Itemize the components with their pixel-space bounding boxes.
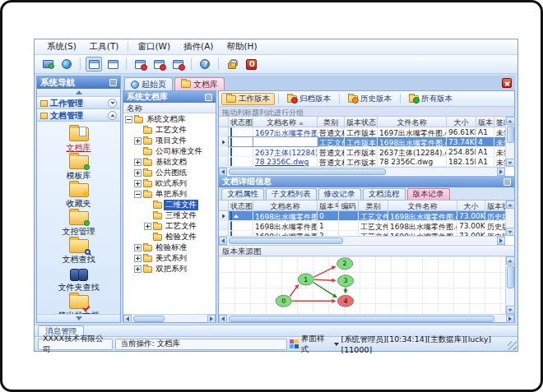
scroll-right-icon[interactable] xyxy=(497,168,505,176)
tree-item[interactable]: 工艺文件 xyxy=(123,125,216,136)
scroll-left-icon[interactable] xyxy=(219,315,227,323)
tab-version-record[interactable]: 版本记录 xyxy=(407,188,450,200)
menu-system[interactable]: 系统(S) xyxy=(41,39,82,54)
version-table-hscroll[interactable] xyxy=(219,236,505,244)
sidebar-collapse-strip[interactable] xyxy=(37,89,120,97)
document-table-vscroll[interactable] xyxy=(505,117,514,167)
document-row-selected[interactable]: 1698出水嘴零件图.dwg 工艺文件 工作版本 1698出水嘴零件图.dwg … xyxy=(219,137,505,147)
tab-subdoc-list[interactable]: 子文档列表 xyxy=(266,188,317,200)
tree-column-header[interactable]: 名称 xyxy=(123,103,216,113)
group-by-hint[interactable]: 拖动列标题到此进行分组 xyxy=(219,107,514,117)
all-version-button[interactable]: 所有版本 xyxy=(404,93,457,105)
tree-item[interactable]: 公共图纸 xyxy=(123,168,216,178)
scroll-left-icon[interactable] xyxy=(219,237,227,245)
scroll-thumb[interactable] xyxy=(229,168,386,175)
sidebar-group-work[interactable]: 工作管理 xyxy=(37,97,120,109)
col-category[interactable]: 类别 xyxy=(359,201,388,210)
tree-item[interactable]: 检验文件 xyxy=(123,232,216,242)
menu-window[interactable]: 窗口(W) xyxy=(132,39,176,54)
tree-item[interactable]: 公司标准文件 xyxy=(123,146,216,157)
col-code[interactable]: 编码 xyxy=(339,201,359,210)
scroll-left-icon[interactable] xyxy=(123,315,132,323)
tree-horizontal-scrollbar[interactable] xyxy=(123,314,216,322)
tab-doc-properties[interactable]: 文档属性 xyxy=(221,188,264,200)
scroll-thumb[interactable] xyxy=(507,265,514,288)
pin-icon[interactable] xyxy=(205,94,212,101)
scroll-thumb[interactable] xyxy=(229,316,494,322)
scroll-down-icon[interactable] xyxy=(506,159,515,167)
col-version-status[interactable]: 版本状态 xyxy=(345,117,378,127)
col-status-icon[interactable]: 状态图 xyxy=(229,117,253,127)
tree-item[interactable]: 项目文件 xyxy=(123,136,216,146)
close-tab-icon[interactable] xyxy=(502,78,512,88)
col-file-name[interactable]: 文件名称 xyxy=(378,117,447,127)
scroll-right-icon[interactable] xyxy=(497,237,505,245)
version-table-vscroll[interactable] xyxy=(505,201,514,236)
graph-hscroll[interactable] xyxy=(219,314,514,322)
graph-vscroll[interactable] xyxy=(505,256,514,314)
tree-item[interactable]: 工艺文件 xyxy=(123,221,216,232)
scroll-down-icon[interactable] xyxy=(506,306,515,314)
tree-item[interactable]: 三维文件 xyxy=(123,210,216,221)
close-window-button[interactable] xyxy=(132,57,148,71)
interface-style-dropdown[interactable]: 界面样式 xyxy=(290,334,338,355)
pin-icon[interactable] xyxy=(504,178,511,186)
doc-name-link[interactable]: 1697出水嘴零件图.dwg xyxy=(255,129,318,136)
chevron-up-icon[interactable] xyxy=(108,111,117,120)
tree-item-selected[interactable]: 二维文件 xyxy=(123,200,216,210)
menu-plugins[interactable]: 插件(A) xyxy=(178,39,219,54)
work-version-button[interactable]: 工作版本 xyxy=(221,93,275,105)
scroll-thumb[interactable] xyxy=(229,238,343,244)
tree-item[interactable]: 美式系列 xyxy=(123,253,216,264)
col-size[interactable]: 大小 xyxy=(447,117,476,127)
doc-name-link[interactable]: 78 2356C.dwg xyxy=(255,158,309,166)
tab-document-library[interactable]: 文档库 xyxy=(174,77,225,90)
tree-item[interactable]: 检验标准 xyxy=(123,242,216,253)
scroll-up-icon[interactable] xyxy=(506,201,515,209)
col-status-icon[interactable]: 状态图 xyxy=(229,201,253,210)
col-category[interactable]: 类别 xyxy=(318,117,345,127)
tree-item[interactable]: 欧式系列 xyxy=(123,178,216,189)
tab-doc-flow[interactable]: 文档流程 xyxy=(363,188,406,200)
sidebar-item-doclib[interactable]: 文档库 xyxy=(37,126,120,154)
history-version-button[interactable]: 历史版本 xyxy=(343,93,397,105)
doc-name-link[interactable]: 1698出水嘴零件图.dwg xyxy=(255,139,318,146)
sidebar-item-doc-control[interactable]: 文控管理 xyxy=(37,210,120,238)
scroll-up-icon[interactable] xyxy=(506,117,515,125)
version-graph[interactable]: 01234 xyxy=(219,256,505,314)
col-size[interactable]: 大小 xyxy=(457,201,485,210)
col-doc-name[interactable]: 文档名称 xyxy=(253,201,318,210)
pin-icon[interactable] xyxy=(109,79,117,86)
tab-start-page[interactable]: 起始页 xyxy=(124,77,173,90)
scroll-thumb[interactable] xyxy=(507,126,514,143)
chevron-down-icon[interactable] xyxy=(108,99,117,108)
col-checkout-status[interactable]: 签出状态 xyxy=(494,117,505,127)
col-version-no[interactable]: 版本号 xyxy=(318,201,339,210)
document-row[interactable]: 2637主体(12284).dwg 普通文档 工作版本 2637主体(12284… xyxy=(219,147,505,157)
sidebar-expand-strip[interactable] xyxy=(37,314,120,322)
navigator-button[interactable] xyxy=(39,57,56,71)
tab-modify-record[interactable]: 修改记录 xyxy=(318,188,361,200)
help-button[interactable] xyxy=(197,57,213,71)
document-row[interactable]: 78 2356C.dwg 普通文档 工作版本 78 2356C.dwg 182.… xyxy=(219,157,505,167)
document-row[interactable]: 1697出水嘴零件图.dwg 普通文档 工作版本 1697出水嘴零件图.dwg … xyxy=(219,127,505,137)
archive-version-button[interactable]: 归档版本 xyxy=(282,93,336,105)
exit-button[interactable] xyxy=(243,57,259,71)
tree-item[interactable]: 单把系列 xyxy=(123,189,216,200)
col-version-no[interactable]: 版本号 xyxy=(476,117,494,127)
scroll-thumb[interactable] xyxy=(133,316,165,322)
tree-item[interactable]: 双把系列 xyxy=(123,264,216,274)
scroll-left-icon[interactable] xyxy=(219,168,227,176)
col-doc-name[interactable]: 文档名称 xyxy=(253,117,318,127)
close-others-button[interactable] xyxy=(169,57,186,71)
version-row-selected[interactable]: 1698出水嘴零件图.dwg 0 工艺文件 1698出水嘴零件图.dwg 73.… xyxy=(219,211,505,221)
scroll-right-icon[interactable] xyxy=(506,315,514,323)
resize-grip[interactable] xyxy=(508,341,517,350)
sidebar-item-favorites[interactable]: 收藏夹 xyxy=(37,182,120,210)
web-button[interactable] xyxy=(58,57,75,71)
col-version-status[interactable]: 版本状态 xyxy=(485,201,505,210)
scroll-right-icon[interactable] xyxy=(207,315,216,323)
window-view-button[interactable] xyxy=(86,57,102,71)
sidebar-item-template-lib[interactable]: 模板库 xyxy=(37,154,120,182)
window-list-button[interactable] xyxy=(104,57,121,71)
